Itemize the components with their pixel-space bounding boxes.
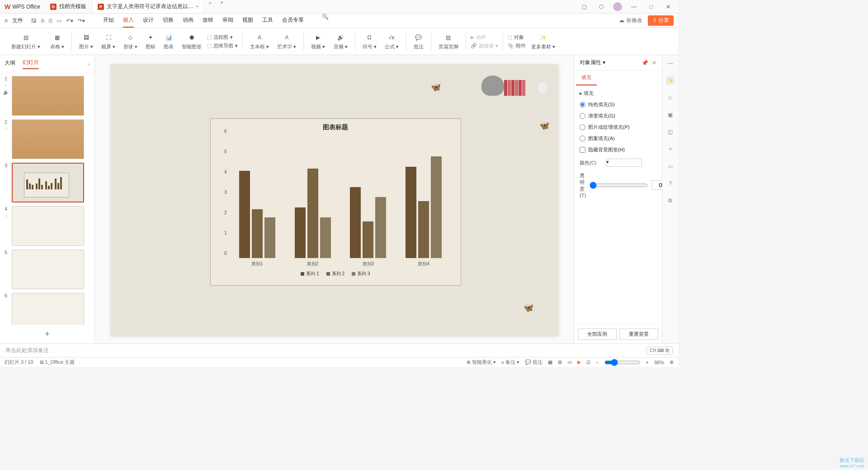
ribbon-icons[interactable]: ✦ 图标 (143, 33, 158, 50)
ribbon-symbol[interactable]: Ω 符号 ▾ (360, 33, 379, 50)
zoom-in-icon[interactable]: + (646, 360, 649, 365)
ribbon-attachment[interactable]: 📎 附件 (508, 42, 526, 49)
menu-tab-insert[interactable]: 插入 (123, 14, 134, 28)
ribbon-picture[interactable]: 🖼 图片 ▾ (76, 33, 96, 50)
slide-tab-slides[interactable]: 幻灯片 (23, 59, 39, 69)
ribbon-screenshot[interactable]: ⛶ 截屏 ▾ (99, 33, 118, 50)
ribbon-comment[interactable]: 💬 批注 (411, 33, 426, 50)
props-tab-fill[interactable]: 填充 (576, 70, 597, 85)
apply-all-button[interactable]: 全部应用 (578, 329, 617, 340)
slide-thumb[interactable] (12, 119, 84, 159)
print-icon[interactable]: ⎙ (49, 18, 52, 24)
checkbox-hide-bg[interactable]: 隐藏背景图形(H) (580, 146, 656, 153)
view-sorter-icon[interactable]: ⊞ (558, 359, 562, 365)
avatar[interactable] (613, 2, 622, 11)
menu-tab-tools[interactable]: 工具 (262, 14, 273, 28)
slide-canvas[interactable]: 🦋 🦋 🦋 图表标题 0123456 (111, 64, 558, 335)
menu-tab-transition[interactable]: 切换 (163, 14, 174, 28)
slide-tab-outline[interactable]: 大纲 (5, 59, 15, 69)
ribbon-equation[interactable]: √x 公式 ▾ (382, 33, 401, 50)
status-comments[interactable]: 💬 批注 (525, 359, 542, 366)
radio-pattern-fill[interactable]: 图案填充(A) (580, 135, 656, 142)
ribbon-object[interactable]: ⬚ 对象 (508, 34, 526, 41)
tab-add[interactable]: + (204, 0, 216, 13)
cloud-status[interactable]: ☁ 有修改 (619, 17, 642, 24)
menu-tab-design[interactable]: 设计 (143, 14, 154, 28)
radio-solid-fill[interactable]: 纯色填充(S) (580, 101, 656, 108)
ribbon-smartart[interactable]: ⬢ 智能图形 (179, 33, 204, 50)
ribbon-new-slide[interactable]: ▤ 新建幻灯片 ▾ (7, 33, 45, 50)
chart-object[interactable]: 图表标题 0123456 类别1类别2类别3类别4 系列 1系列 2系列 3 (210, 118, 461, 286)
reset-bg-button[interactable]: 重置背景 (619, 329, 658, 340)
zoom-fit-button[interactable]: ⊕ (670, 359, 674, 365)
status-smart-beauty[interactable]: ⊕ 智能美化 ▾ (467, 359, 496, 366)
menu-hamburger-icon[interactable]: ≡ (5, 18, 8, 24)
ribbon-audio[interactable]: 🔊 音频 ▾ (331, 33, 350, 50)
sidebar-effect-icon[interactable]: ✧ (666, 145, 675, 154)
tab-templates[interactable]: D 找稻壳模板 (45, 0, 92, 13)
preview-icon[interactable]: ▭ (57, 18, 61, 24)
slide-item-3[interactable]: 3 (3, 163, 92, 202)
redo-icon[interactable]: ↷▾ (78, 18, 85, 24)
sidebar-layers-icon[interactable]: ▣ (666, 110, 675, 119)
menu-tab-slideshow[interactable]: 放映 (203, 14, 213, 28)
status-theme[interactable]: ⊞ 1_Office 主题 (40, 359, 75, 366)
slide-add-button[interactable]: + (0, 325, 94, 343)
menu-tab-vip[interactable]: 会员专享 (282, 14, 304, 28)
sidebar-settings-icon[interactable]: ⚙ (666, 196, 675, 205)
zoom-value[interactable]: 98% (654, 360, 664, 365)
minimize-button[interactable]: ― (628, 1, 639, 12)
ribbon-table[interactable]: ▦ 表格 ▾ (47, 33, 67, 50)
maximize-button[interactable]: □ (646, 1, 656, 12)
view-slideshow-icon[interactable]: ▶ (577, 359, 581, 365)
ribbon-shapes[interactable]: ◇ 形状 ▾ (121, 33, 140, 50)
pin-icon[interactable]: 📌 (642, 60, 648, 66)
canvas-scroll[interactable]: 🦋 🦋 🦋 图表标题 0123456 (95, 55, 574, 343)
ribbon-flowchart[interactable]: ⬚ 流程图 ▾ (207, 34, 238, 41)
slide-thumb[interactable] (12, 293, 84, 325)
ribbon-chart[interactable]: 📊 图表 (161, 33, 176, 50)
chart-title[interactable]: 图表标题 (211, 119, 461, 136)
menu-tab-animation[interactable]: 动画 (183, 14, 193, 28)
color-swatch[interactable]: ▾ (606, 159, 642, 167)
ribbon-more[interactable]: ✨ 更多素材 ▾ (528, 33, 558, 50)
sidebar-star-icon[interactable]: ☆ (666, 93, 675, 102)
app-icon-1[interactable]: ▢ (579, 1, 590, 12)
ribbon-header-footer[interactable]: ▤ 页眉页脚 (436, 33, 461, 50)
menu-file[interactable]: 文件 (12, 17, 23, 24)
slide-thumb[interactable] (12, 249, 84, 289)
sidebar-minimize-icon[interactable]: ― (666, 59, 675, 68)
menu-tab-review[interactable]: 审阅 (222, 14, 233, 28)
zoom-out-icon[interactable]: − (596, 360, 599, 365)
slide-thumb[interactable] (12, 163, 84, 202)
ribbon-textbox[interactable]: A 文本框 ▾ (247, 33, 272, 50)
slide-item-5[interactable]: 5 (3, 249, 92, 289)
view-reading-icon[interactable]: ▭ (567, 359, 572, 365)
tab-menu[interactable]: ▾ (216, 0, 227, 13)
ribbon-wordart[interactable]: A 艺术字 ▾ (274, 33, 299, 50)
radio-picture-fill[interactable]: 图片或纹理填充(P) (580, 124, 656, 131)
app-icon-2[interactable]: ⬡ (596, 1, 607, 12)
slide-item-6[interactable]: 6 (3, 293, 92, 325)
zoom-slider[interactable] (604, 359, 641, 366)
ime-indicator[interactable]: CH ⌨ 简 (646, 347, 673, 355)
slide-item-2[interactable]: 2☆ (3, 119, 92, 159)
ribbon-mindmap[interactable]: ⬚ 思维导图 ▾ (207, 42, 238, 49)
menu-tab-view[interactable]: 视图 (242, 14, 253, 28)
share-button[interactable]: ⇧ 分享 (648, 15, 674, 26)
sidebar-ai-icon[interactable]: ✨ (666, 76, 675, 85)
close-icon[interactable]: ✕ (652, 60, 656, 66)
close-button[interactable]: ✕ (663, 1, 674, 12)
export-icon[interactable]: ⎘ (41, 18, 44, 24)
menu-tab-start[interactable]: 开始 (103, 14, 114, 28)
sidebar-theme-icon[interactable]: ◫ (666, 127, 675, 136)
ribbon-video[interactable]: ▶ 视频 ▾ (308, 33, 328, 50)
tab-document[interactable]: P 文字是人类用符号记录表达信息以… • (92, 0, 204, 13)
slide-item-4[interactable]: 4☆ (3, 206, 92, 246)
slide-panel-collapse[interactable]: ‹ (88, 61, 90, 67)
zoom-fit-icon[interactable]: ⊡ (586, 359, 590, 365)
sidebar-image-icon[interactable]: ▭ (666, 162, 675, 171)
search-icon[interactable]: 🔍 (322, 14, 329, 28)
status-notes[interactable]: ≡ 备注 ▾ (501, 359, 519, 366)
radio-gradient-fill[interactable]: 渐变填充(G) (580, 113, 656, 119)
